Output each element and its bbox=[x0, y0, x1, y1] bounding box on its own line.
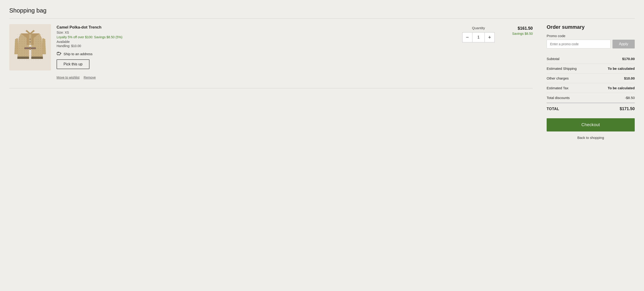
summary-title: Order summary bbox=[547, 24, 635, 30]
svg-point-14 bbox=[58, 55, 58, 56]
total-value: $171.50 bbox=[620, 106, 635, 111]
ship-label: Ship to an address bbox=[64, 52, 92, 56]
product-image bbox=[9, 24, 51, 70]
discounts-value: -$8.50 bbox=[625, 96, 635, 100]
summary-row-discounts: Total discounts -$8.50 bbox=[547, 93, 635, 103]
product-details: Camel Polka-dot Trench Size: XS Loyalty … bbox=[56, 24, 457, 79]
back-to-shopping-link[interactable]: Back to shopping bbox=[547, 136, 635, 140]
subtotal-label: Subtotal bbox=[547, 57, 560, 61]
available-text: Available bbox=[56, 40, 457, 44]
apply-button[interactable]: Apply bbox=[612, 40, 635, 48]
svg-point-8 bbox=[30, 42, 31, 43]
svg-rect-3 bbox=[42, 39, 46, 54]
subtotal-value: $170.00 bbox=[622, 57, 635, 61]
tax-value: To be calculated bbox=[608, 86, 635, 90]
quantity-value: 1 bbox=[472, 32, 484, 42]
move-to-wishlist-button[interactable]: Move to wishlist bbox=[56, 76, 80, 79]
svg-rect-1 bbox=[18, 34, 43, 60]
svg-point-7 bbox=[30, 39, 31, 40]
cart-divider bbox=[9, 88, 533, 88]
main-layout: Camel Polka-dot Trench Size: XS Loyalty … bbox=[9, 24, 635, 140]
quantity-label: Quantity bbox=[472, 26, 485, 30]
title-divider bbox=[9, 18, 635, 18]
product-size: Size: XS bbox=[56, 30, 457, 34]
remove-button[interactable]: Remove bbox=[84, 76, 96, 79]
promo-row: Apply bbox=[547, 40, 635, 48]
loyalty-text: Loyalty 5% off over $100: Savings $8.50 … bbox=[56, 35, 457, 39]
cart-item: Camel Polka-dot Trench Size: XS Loyalty … bbox=[9, 24, 533, 86]
ship-row: Ship to an address bbox=[56, 52, 457, 56]
summary-row-subtotal: Subtotal $170.00 bbox=[547, 54, 635, 64]
promo-input[interactable] bbox=[547, 40, 610, 48]
shipping-label: Estimated Shipping bbox=[547, 66, 576, 70]
summary-row-other: Other charges $10.00 bbox=[547, 74, 635, 83]
other-value: $10.00 bbox=[624, 76, 635, 80]
summary-row-shipping: Estimated Shipping To be calculated bbox=[547, 64, 635, 74]
summary-row-tax: Estimated Tax To be calculated bbox=[547, 83, 635, 93]
svg-rect-2 bbox=[14, 39, 18, 54]
svg-rect-6 bbox=[30, 47, 30, 49]
svg-point-15 bbox=[59, 55, 60, 56]
handling-text: Handling: $10.00 bbox=[56, 44, 457, 48]
product-name: Camel Polka-dot Trench bbox=[56, 25, 457, 30]
ship-icon bbox=[56, 52, 62, 56]
total-label: TOTAL bbox=[547, 107, 559, 111]
quantity-decrease-button[interactable]: − bbox=[462, 32, 472, 42]
order-summary: Order summary Promo code Apply Subtotal … bbox=[547, 24, 635, 140]
pickup-button[interactable]: Pick this up bbox=[56, 59, 90, 69]
coat-svg bbox=[14, 26, 46, 68]
quantity-increase-button[interactable]: + bbox=[484, 32, 495, 42]
quantity-section: Quantity − 1 + bbox=[462, 24, 495, 42]
price-main: $161.50 bbox=[500, 26, 533, 31]
cart-section: Camel Polka-dot Trench Size: XS Loyalty … bbox=[9, 24, 533, 88]
shipping-value: To be calculated bbox=[608, 66, 635, 70]
other-label: Other charges bbox=[547, 76, 569, 80]
discounts-label: Total discounts bbox=[547, 96, 570, 100]
page-title: Shopping bag bbox=[9, 7, 635, 14]
checkout-button[interactable]: Checkout bbox=[547, 118, 635, 132]
promo-label: Promo code bbox=[547, 34, 635, 38]
tax-label: Estimated Tax bbox=[547, 86, 568, 90]
price-section: $161.50 Savings $8.50 bbox=[500, 24, 533, 36]
action-links: Move to wishlist Remove bbox=[56, 76, 457, 79]
summary-row-total: TOTAL $171.50 bbox=[547, 103, 635, 114]
price-savings: Savings $8.50 bbox=[500, 32, 533, 36]
quantity-controls: − 1 + bbox=[462, 32, 495, 42]
